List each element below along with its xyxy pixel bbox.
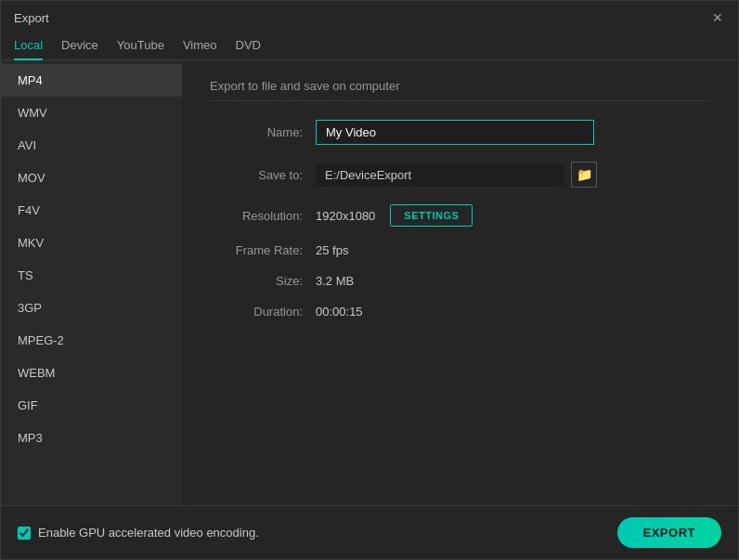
format-item-avi[interactable]: AVI bbox=[1, 129, 182, 162]
tab-youtube[interactable]: YouTube bbox=[117, 33, 164, 59]
duration-label: Duration: bbox=[210, 305, 303, 319]
resolution-value-row: 1920x1080 SETTINGS bbox=[316, 204, 473, 227]
gpu-check-row: Enable GPU accelerated video encoding. bbox=[18, 526, 259, 540]
size-value: 3.2 MB bbox=[316, 274, 354, 288]
tab-local[interactable]: Local bbox=[14, 33, 43, 59]
name-input[interactable] bbox=[316, 120, 594, 145]
tab-device[interactable]: Device bbox=[61, 33, 98, 59]
title-bar: Export ✕ bbox=[1, 1, 738, 33]
panel-title: Export to file and save on computer bbox=[210, 79, 710, 101]
format-item-mkv[interactable]: MKV bbox=[1, 227, 182, 259]
save-to-path: E:/DeviceExport bbox=[316, 163, 564, 187]
format-item-mp3[interactable]: MP3 bbox=[1, 422, 182, 454]
gpu-label: Enable GPU accelerated video encoding. bbox=[38, 526, 259, 540]
save-to-container: E:/DeviceExport 📁 bbox=[316, 162, 597, 188]
name-label: Name: bbox=[210, 125, 303, 139]
right-panel: Export to file and save on computer Name… bbox=[182, 60, 738, 505]
format-list: MP4 WMV AVI MOV F4V MKV TS 3GP MPEG-2 WE… bbox=[1, 60, 182, 505]
name-row: Name: bbox=[210, 120, 710, 145]
resolution-label: Resolution: bbox=[210, 209, 303, 223]
format-item-mpeg2[interactable]: MPEG-2 bbox=[1, 324, 182, 357]
resolution-value: 1920x1080 bbox=[316, 209, 375, 223]
main-content: MP4 WMV AVI MOV F4V MKV TS 3GP MPEG-2 WE… bbox=[1, 60, 738, 505]
frame-rate-label: Frame Rate: bbox=[210, 243, 303, 257]
format-item-webm[interactable]: WEBM bbox=[1, 357, 182, 389]
format-item-3gp[interactable]: 3GP bbox=[1, 292, 182, 324]
close-button[interactable]: ✕ bbox=[710, 10, 725, 25]
export-button[interactable]: EXPORT bbox=[617, 517, 721, 548]
frame-rate-row: Frame Rate: 25 fps bbox=[210, 243, 710, 257]
browse-folder-button[interactable]: 📁 bbox=[571, 162, 597, 188]
tab-dvd[interactable]: DVD bbox=[236, 33, 261, 59]
duration-row: Duration: 00:00:15 bbox=[210, 305, 710, 319]
size-label: Size: bbox=[210, 274, 303, 288]
save-to-label: Save to: bbox=[210, 168, 303, 182]
resolution-row: Resolution: 1920x1080 SETTINGS bbox=[210, 204, 710, 227]
tab-bar: Local Device YouTube Vimeo DVD bbox=[1, 33, 738, 60]
export-window: Export ✕ Local Device YouTube Vimeo DVD … bbox=[0, 0, 739, 560]
folder-icon: 📁 bbox=[577, 167, 592, 182]
save-to-row: Save to: E:/DeviceExport 📁 bbox=[210, 162, 710, 188]
format-item-wmv[interactable]: WMV bbox=[1, 97, 182, 129]
duration-value: 00:00:15 bbox=[316, 305, 363, 319]
frame-rate-value: 25 fps bbox=[316, 243, 348, 257]
settings-button[interactable]: SETTINGS bbox=[390, 204, 473, 227]
bottom-bar: Enable GPU accelerated video encoding. E… bbox=[1, 505, 738, 559]
size-row: Size: 3.2 MB bbox=[210, 274, 710, 288]
tab-vimeo[interactable]: Vimeo bbox=[183, 33, 217, 59]
format-item-mp4[interactable]: MP4 bbox=[1, 64, 182, 97]
format-item-f4v[interactable]: F4V bbox=[1, 194, 182, 227]
window-title: Export bbox=[14, 11, 49, 25]
format-item-gif[interactable]: GIF bbox=[1, 389, 182, 422]
format-item-mov[interactable]: MOV bbox=[1, 162, 182, 194]
format-item-ts[interactable]: TS bbox=[1, 259, 182, 292]
gpu-checkbox[interactable] bbox=[18, 527, 31, 540]
